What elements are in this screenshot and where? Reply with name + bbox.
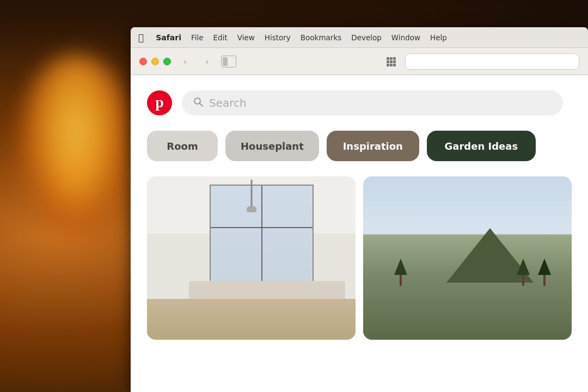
pinterest-page: p Search Room Ho: [131, 75, 588, 392]
menu-window[interactable]: Window: [391, 33, 420, 42]
image-grid: [147, 176, 572, 340]
category-pill-garden-ideas[interactable]: Garden Ideas: [427, 131, 536, 161]
menu-help[interactable]: Help: [430, 33, 447, 42]
tree-3-top: [538, 259, 551, 275]
image-card-landscape[interactable]: [363, 176, 572, 340]
menu-develop[interactable]: Develop: [351, 33, 382, 42]
tab-overview-icon[interactable]: [383, 54, 399, 69]
room-window: [210, 185, 314, 291]
tree-2-top: [517, 259, 530, 275]
category-pill-inspiration[interactable]: Inspiration: [327, 131, 419, 161]
tree-1-top: [394, 259, 407, 275]
room-floor: [147, 299, 356, 340]
svg-rect-3: [387, 60, 389, 63]
traffic-lights: [139, 58, 171, 65]
apple-menu-icon[interactable]: : [138, 32, 144, 43]
close-button[interactable]: [139, 58, 147, 65]
svg-rect-0: [387, 57, 389, 60]
category-pill-room[interactable]: Room: [147, 131, 218, 161]
back-button[interactable]: ‹: [177, 54, 193, 69]
minimize-button[interactable]: [151, 58, 159, 65]
desktop-background:  Safari File Edit View History Bookmark…: [0, 0, 588, 392]
svg-rect-5: [393, 60, 396, 63]
pinterest-logo[interactable]: p: [147, 90, 172, 115]
bulb-glow: [16, 54, 136, 245]
window-frame-vertical: [261, 186, 262, 290]
search-bar[interactable]: Search: [182, 90, 563, 115]
address-bar[interactable]: [405, 53, 579, 70]
menu-history[interactable]: History: [265, 33, 291, 42]
tree-3-trunk: [543, 275, 546, 286]
svg-rect-7: [390, 64, 393, 66]
tree-3: [538, 259, 551, 286]
category-pill-houseplant[interactable]: Houseplant: [225, 131, 319, 161]
tree-1-trunk: [400, 275, 402, 286]
svg-rect-8: [393, 64, 396, 66]
svg-rect-2: [393, 57, 396, 60]
sidebar-toggle-button[interactable]: [221, 56, 236, 68]
maximize-button[interactable]: [163, 58, 171, 65]
svg-rect-4: [390, 60, 393, 63]
pendant-light-cord: [250, 180, 252, 209]
svg-rect-1: [390, 57, 393, 60]
menu-file[interactable]: File: [191, 33, 204, 42]
mac-screen:  Safari File Edit View History Bookmark…: [131, 27, 588, 392]
menu-edit[interactable]: Edit: [213, 33, 228, 42]
tree-2-trunk: [522, 275, 524, 286]
tree-2: [517, 259, 530, 286]
menu-bookmarks[interactable]: Bookmarks: [301, 33, 341, 42]
macos-menu-bar:  Safari File Edit View History Bookmark…: [131, 27, 588, 48]
pinterest-header: p Search: [147, 90, 572, 115]
room-scene-illustration: [147, 176, 356, 340]
tree-1: [394, 259, 407, 286]
svg-line-10: [200, 103, 203, 107]
forward-button[interactable]: ›: [199, 54, 215, 69]
browser-toolbar: ‹ ›: [131, 48, 588, 75]
menu-app-name[interactable]: Safari: [156, 33, 181, 42]
pendant-light-shade: [247, 206, 256, 212]
image-card-interior[interactable]: [147, 176, 356, 340]
kitchen-island-counter: [189, 281, 345, 301]
svg-rect-6: [387, 64, 389, 66]
menu-view[interactable]: View: [237, 33, 255, 42]
category-pills-row: Room Houseplant Inspiration Garden Ideas: [147, 131, 572, 161]
search-placeholder-text: Search: [209, 96, 247, 109]
pinterest-logo-letter: p: [155, 94, 164, 111]
search-icon: [193, 96, 204, 109]
landscape-illustration: [363, 176, 572, 340]
window-frame-horizontal: [211, 227, 313, 228]
sidebar-toggle-icon: [223, 57, 228, 66]
